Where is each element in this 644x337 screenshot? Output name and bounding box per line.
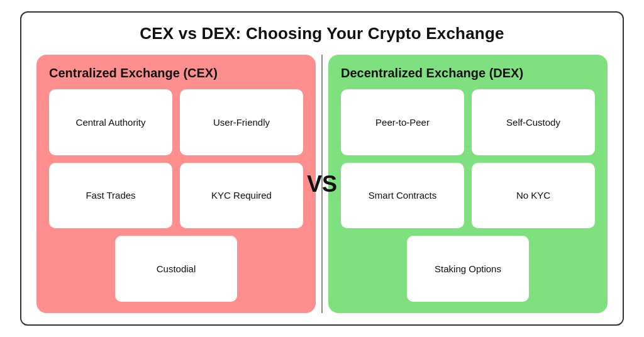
- cex-card-1: User-Friendly: [180, 89, 303, 155]
- cex-card-0: Central Authority: [49, 89, 172, 155]
- dex-card-2: Smart Contracts: [341, 163, 464, 229]
- dex-card-1: Self-Custody: [472, 89, 595, 155]
- cex-card-4: Custodial: [115, 236, 237, 302]
- cex-panel-title: Centralized Exchange (CEX): [49, 66, 303, 80]
- dex-card-0: Peer-to-Peer: [341, 89, 464, 155]
- divider-line: [321, 55, 323, 313]
- dex-cards-grid: Peer-to-Peer Self-Custody Smart Contract…: [341, 89, 595, 302]
- cex-card-2: Fast Trades: [49, 163, 172, 229]
- page-title: CEX vs DEX: Choosing Your Crypto Exchang…: [140, 24, 504, 43]
- cex-panel: Centralized Exchange (CEX) Central Autho…: [36, 55, 316, 313]
- dex-card-3: No KYC: [472, 163, 595, 229]
- main-container: CEX vs DEX: Choosing Your Crypto Exchang…: [20, 11, 624, 326]
- panels-row: VS Centralized Exchange (CEX) Central Au…: [36, 55, 608, 313]
- cex-card-3: KYC Required: [180, 163, 303, 229]
- dex-panel: Decentralized Exchange (DEX) Peer-to-Pee…: [328, 55, 608, 313]
- dex-card-4: Staking Options: [407, 236, 529, 302]
- cex-cards-grid: Central Authority User-Friendly Fast Tra…: [49, 89, 303, 302]
- dex-panel-title: Decentralized Exchange (DEX): [341, 66, 595, 80]
